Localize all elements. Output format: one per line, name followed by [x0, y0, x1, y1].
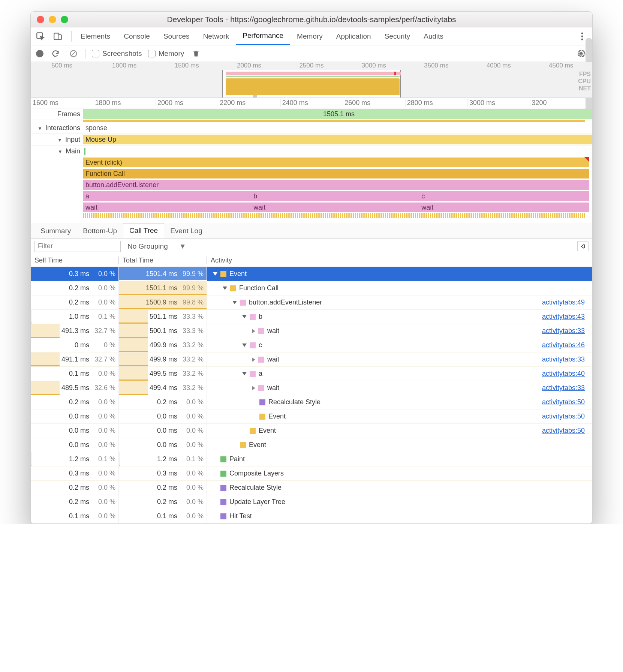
- collapse-icon[interactable]: [223, 286, 227, 290]
- table-row[interactable]: 0.0 ms0.0 %0.0 ms0.0 %Eventactivitytabs:…: [31, 410, 592, 424]
- tab-audits[interactable]: Audits: [417, 27, 450, 45]
- clear-icon[interactable]: [67, 48, 79, 60]
- collapse-icon[interactable]: [213, 272, 217, 276]
- source-link[interactable]: activitytabs:50: [542, 427, 592, 435]
- interactions-label[interactable]: Interactions: [31, 122, 83, 134]
- table-row[interactable]: 0.2 ms0.0 %0.2 ms0.0 %Recalculate Stylea…: [31, 395, 592, 410]
- input-label[interactable]: Input: [31, 134, 83, 145]
- table-row[interactable]: 0.2 ms0.0 %1500.9 ms99.8 %button.addEven…: [31, 296, 592, 310]
- drawer-tab-call-tree[interactable]: Call Tree: [123, 223, 164, 238]
- collapse-icon[interactable]: [242, 344, 247, 347]
- tab-elements[interactable]: Elements: [74, 27, 117, 45]
- tab-security[interactable]: Security: [378, 27, 417, 45]
- record-button[interactable]: [36, 50, 43, 57]
- frame-bar[interactable]: 1505.1 ms: [83, 109, 592, 119]
- filter-input[interactable]: [34, 241, 121, 252]
- table-row[interactable]: 1.0 ms0.1 %501.1 ms33.3 %bactivitytabs:4…: [31, 310, 592, 324]
- table-row[interactable]: 0.2 ms0.0 %0.2 ms0.0 %Recalculate Style: [31, 481, 592, 495]
- tab-application[interactable]: Application: [329, 27, 378, 45]
- main-label[interactable]: Main: [31, 146, 83, 157]
- tab-memory[interactable]: Memory: [290, 27, 329, 45]
- grouping-select[interactable]: No Grouping ▼: [127, 242, 186, 250]
- interactions-track: Interactions sponse: [31, 122, 592, 134]
- listener-bar[interactable]: button.addEventListener: [83, 180, 589, 190]
- function-call-bar[interactable]: Function Call: [83, 169, 589, 178]
- memory-checkbox[interactable]: Memory: [148, 50, 184, 58]
- table-row[interactable]: 491.3 ms32.7 %500.1 ms33.3 %waitactivity…: [31, 324, 592, 338]
- category-swatch: [250, 314, 256, 320]
- source-link[interactable]: activitytabs:46: [542, 341, 592, 349]
- close-window-button[interactable]: [37, 16, 44, 23]
- expand-icon[interactable]: [252, 357, 255, 362]
- table-row[interactable]: 0.2 ms0.0 %1501.1 ms99.9 %Function Call: [31, 281, 592, 296]
- collapse-icon[interactable]: [242, 315, 247, 318]
- event-click-bar[interactable]: Event (click): [83, 158, 589, 167]
- flame-chart[interactable]: Event (click) Function Call button.addEv…: [83, 157, 592, 213]
- table-row[interactable]: 0 ms0 %499.9 ms33.2 %cactivitytabs:46: [31, 338, 592, 352]
- heaviest-stack-toggle[interactable]: [577, 242, 589, 251]
- source-link[interactable]: activitytabs:50: [542, 412, 592, 420]
- activity-name: Update Layer Tree: [229, 498, 285, 506]
- expand-icon[interactable]: [252, 329, 255, 333]
- table-row[interactable]: 0.2 ms0.0 %0.2 ms0.0 %Update Layer Tree: [31, 495, 592, 509]
- detail-tick: 1600 ms: [31, 99, 93, 107]
- source-link[interactable]: activitytabs:33: [542, 384, 592, 392]
- detail-tick: 2000 ms: [156, 99, 218, 107]
- source-link[interactable]: activitytabs:40: [542, 370, 592, 378]
- fn-a-bar[interactable]: a: [83, 191, 251, 201]
- fn-b-bar[interactable]: b: [251, 191, 419, 201]
- detail-time-ruler[interactable]: 1600 ms1800 ms2000 ms2200 ms2400 ms2600 …: [31, 98, 592, 108]
- table-row[interactable]: 0.0 ms0.0 %0.0 ms0.0 %Event: [31, 438, 592, 452]
- reload-record-icon[interactable]: [49, 48, 61, 60]
- activity-cell: Recalculate Styleactivitytabs:50: [207, 395, 592, 409]
- activity-cell: waitactivitytabs:33: [207, 324, 592, 338]
- table-row[interactable]: 0.1 ms0.0 %0.1 ms0.0 %Hit Test: [31, 509, 592, 524]
- col-self-time[interactable]: Self Time: [31, 256, 119, 264]
- trash-icon[interactable]: [190, 48, 202, 60]
- table-row[interactable]: 1.2 ms0.1 %1.2 ms0.1 %Paint: [31, 452, 592, 466]
- zoom-window-button[interactable]: [61, 16, 68, 23]
- wait-bar[interactable]: wait: [251, 202, 419, 212]
- minimize-window-button[interactable]: [49, 16, 56, 23]
- device-toolbar-icon[interactable]: [52, 30, 64, 42]
- overview-tick: 1000 ms: [93, 62, 155, 71]
- svg-point-5: [581, 38, 583, 40]
- table-row[interactable]: 489.5 ms32.6 %499.4 ms33.2 %waitactivity…: [31, 381, 592, 395]
- wait-bar[interactable]: wait: [83, 202, 251, 212]
- inspect-icon[interactable]: [34, 30, 46, 42]
- tab-network[interactable]: Network: [196, 27, 236, 45]
- drawer-tab-summary[interactable]: Summary: [34, 224, 77, 238]
- drawer-tab-bottom-up[interactable]: Bottom-Up: [77, 224, 123, 238]
- tab-sources[interactable]: Sources: [157, 27, 196, 45]
- grouping-label: No Grouping: [127, 242, 168, 250]
- mouseup-bar[interactable]: Mouse Up: [83, 135, 592, 144]
- table-row[interactable]: 491.1 ms32.7 %499.9 ms33.2 %waitactivity…: [31, 352, 592, 367]
- table-row[interactable]: 0.3 ms0.0 %1501.4 ms99.9 %Event: [31, 267, 592, 281]
- overview-timeline[interactable]: 500 ms1000 ms1500 ms2000 ms2500 ms3000 m…: [31, 62, 592, 98]
- source-link[interactable]: activitytabs:33: [542, 356, 592, 363]
- detail-tick: 2800 ms: [405, 99, 467, 107]
- table-row[interactable]: 0.1 ms0.0 %499.5 ms33.2 %aactivitytabs:4…: [31, 367, 592, 381]
- wait-bar[interactable]: wait: [419, 202, 589, 212]
- category-swatch: [250, 371, 256, 377]
- expand-icon[interactable]: [252, 386, 255, 390]
- source-link[interactable]: activitytabs:49: [542, 298, 592, 306]
- overview-tick: 4500 ms: [530, 62, 592, 71]
- tab-console[interactable]: Console: [117, 27, 157, 45]
- drawer-tab-event-log[interactable]: Event Log: [164, 224, 208, 238]
- table-row[interactable]: 0.0 ms0.0 %0.0 ms0.0 %Eventactivitytabs:…: [31, 424, 592, 438]
- titlebar: Developer Tools - https://googlechrome.g…: [31, 12, 592, 27]
- table-row[interactable]: 0.3 ms0.0 %0.3 ms0.0 %Composite Layers: [31, 466, 592, 481]
- source-link[interactable]: activitytabs:43: [542, 313, 592, 321]
- collapse-icon[interactable]: [232, 301, 237, 304]
- source-link[interactable]: activitytabs:50: [542, 398, 592, 406]
- source-link[interactable]: activitytabs:33: [542, 327, 592, 335]
- col-total-time[interactable]: Total Time: [119, 256, 207, 264]
- input-track: Input Mouse Up: [31, 134, 592, 146]
- col-activity[interactable]: Activity: [207, 256, 592, 264]
- main-tabs: ElementsConsoleSourcesNetworkPerformance…: [31, 27, 592, 45]
- tab-performance[interactable]: Performance: [236, 27, 290, 45]
- fn-c-bar[interactable]: c: [419, 191, 589, 201]
- screenshots-checkbox[interactable]: Screenshots: [92, 50, 142, 58]
- collapse-icon[interactable]: [242, 372, 247, 375]
